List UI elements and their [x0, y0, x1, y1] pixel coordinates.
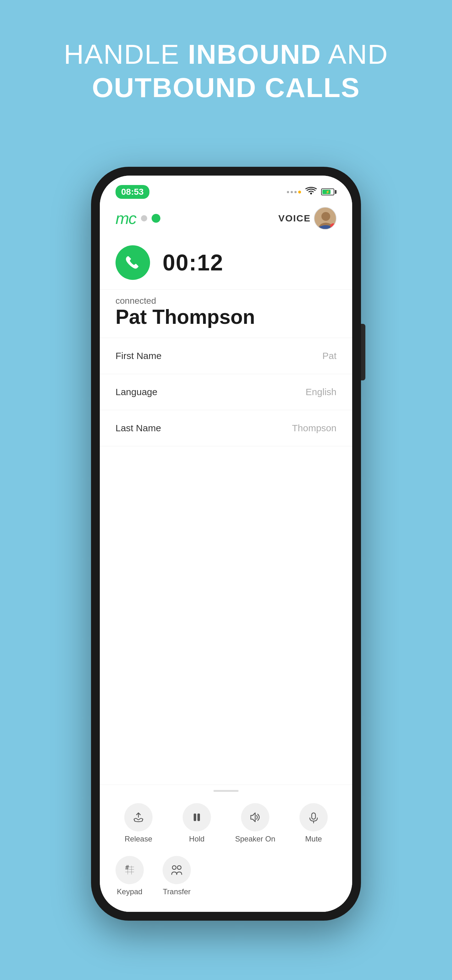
voice-label: VOICE [278, 213, 311, 224]
dot-green-icon [152, 214, 160, 223]
battery-icon: ⚡ [321, 188, 336, 196]
status-time: 08:53 [116, 185, 149, 199]
phone-screen: 08:53 [100, 176, 352, 912]
hold-icon-wrap [183, 803, 211, 831]
wifi-icon [305, 186, 317, 197]
first-name-value: Pat [322, 350, 336, 361]
svg-point-2 [322, 212, 330, 221]
release-icon-wrap [124, 803, 152, 831]
last-name-value: Thompson [292, 423, 336, 433]
phone-wrapper: 08:53 [91, 167, 361, 921]
keypad-button[interactable]: # Keypad [109, 856, 150, 896]
logo-area: mc [116, 209, 160, 228]
app-logo: mc [116, 209, 136, 228]
transfer-icon-wrap [163, 856, 191, 884]
svg-point-17 [178, 865, 181, 869]
release-button[interactable]: Release [118, 803, 159, 843]
language-value: English [306, 387, 336, 397]
mute-label: Mute [305, 835, 322, 843]
drag-bar [213, 790, 239, 792]
svg-point-16 [172, 865, 176, 869]
secondary-controls-row: # Keypad [100, 850, 352, 912]
mute-button[interactable]: Mute [293, 803, 334, 843]
headline-inbound: INBOUND [188, 39, 322, 70]
speaker-on-label: Speaker On [235, 835, 275, 843]
call-info: 00:12 [100, 236, 352, 290]
field-row-last-name: Last Name Thompson [100, 410, 352, 446]
connection-status-dots [141, 214, 160, 223]
connected-section: connected Pat Thompson [100, 290, 352, 338]
recording-indicator [330, 223, 336, 229]
transfer-label: Transfer [163, 887, 190, 896]
svg-rect-6 [193, 813, 196, 821]
release-label: Release [125, 835, 152, 843]
transfer-button[interactable]: Transfer [156, 856, 197, 896]
status-icons: ⚡ [287, 186, 336, 197]
status-bar: 08:53 [100, 176, 352, 201]
hold-label: Hold [189, 835, 205, 843]
mute-icon-wrap [300, 803, 328, 831]
last-name-label: Last Name [116, 423, 161, 433]
primary-controls-row: Release Hold [100, 797, 352, 850]
app-header: mc VOICE [100, 201, 352, 236]
speaker-icon-wrap [241, 803, 269, 831]
call-timer: 00:12 [163, 250, 224, 275]
field-row-first-name: First Name Pat [100, 338, 352, 374]
hold-button[interactable]: Hold [176, 803, 217, 843]
svg-rect-7 [197, 813, 200, 821]
keypad-icon-wrap: # [116, 856, 144, 884]
svg-rect-8 [312, 813, 316, 819]
bottom-controls: Release Hold [100, 784, 352, 912]
keypad-label: Keypad [117, 887, 142, 896]
field-row-language: Language English [100, 374, 352, 410]
data-fields: First Name Pat Language English Last Nam… [100, 338, 352, 785]
call-icon-circle [116, 245, 150, 280]
drag-handle [100, 785, 352, 797]
header-text: HANDLE INBOUND AND OUTBOUND CALLS [64, 38, 388, 104]
headline-handle: HANDLE [64, 39, 188, 70]
caller-name: Pat Thompson [116, 306, 336, 328]
headline-outbound: OUTBOUND CALLS [92, 72, 360, 103]
connected-status: connected [116, 296, 336, 306]
dot-grey-icon [141, 215, 147, 221]
signal-dots-icon [287, 191, 301, 194]
avatar [314, 207, 336, 230]
language-label: Language [116, 387, 157, 397]
voice-area: VOICE [278, 207, 336, 230]
svg-point-0 [310, 192, 312, 194]
headline-and: AND [321, 39, 388, 70]
speaker-on-button[interactable]: Speaker On [235, 803, 276, 843]
first-name-label: First Name [116, 350, 162, 361]
